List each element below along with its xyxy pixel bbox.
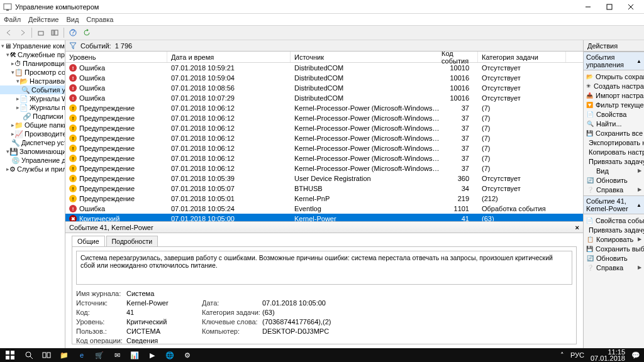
taskbar-app[interactable]: 🌐: [161, 348, 179, 362]
tree-item[interactable]: 🔗Подписки: [0, 112, 65, 121]
tree-item[interactable]: ▸⏱Планировщик задани: [0, 59, 65, 68]
table-row[interactable]: !Предупреждение07.01.2018 10:05:07BTHUSB…: [65, 184, 583, 194]
col-date[interactable]: Дата и время: [167, 52, 291, 62]
refresh-button[interactable]: [80, 26, 93, 39]
action-item[interactable]: 🔄Обновить: [584, 175, 644, 185]
col-source[interactable]: Источник: [291, 52, 441, 62]
action-item[interactable]: ✳Создать настраиваем...: [584, 81, 644, 90]
taskbar-app[interactable]: 🛒: [91, 348, 108, 362]
svg-rect-12: [11, 351, 14, 354]
action-item[interactable]: 🔽Фильтр текущего наст...: [584, 100, 644, 109]
up-button[interactable]: [35, 26, 47, 39]
details-title: Событие 41, Kernel-Power: [69, 224, 153, 231]
taskbar-app[interactable]: ▶: [143, 348, 161, 362]
table-row[interactable]: !Предупреждение07.01.2018 10:05:39User D…: [65, 173, 583, 184]
action-item[interactable]: 🔍Найти...: [584, 119, 644, 128]
col-level[interactable]: Уровень: [65, 52, 167, 62]
forward-button[interactable]: [16, 26, 29, 39]
taskbar-app[interactable]: ⚙: [179, 348, 196, 362]
tab-details[interactable]: Подробности: [106, 236, 158, 246]
lbl-id: Код:: [76, 309, 126, 316]
help-button[interactable]: ?: [67, 26, 79, 39]
search-icon[interactable]: [20, 348, 38, 362]
details-close-icon[interactable]: ×: [575, 224, 579, 231]
menu-action[interactable]: Действие: [28, 16, 58, 23]
show-hide-button[interactable]: [48, 26, 61, 39]
svg-point-15: [26, 352, 31, 357]
tree-item[interactable]: ▸⚙Службы и приложения: [0, 165, 65, 173]
action-item[interactable]: ❔Справка▶: [584, 185, 644, 194]
taskbar-app[interactable]: ✉: [108, 348, 126, 362]
taskbar-app[interactable]: 📊: [126, 348, 143, 362]
maximize-button[interactable]: [599, 1, 620, 13]
taskbar[interactable]: 📁 e 🛒 ✉ 📊 ▶ 🌐 ⚙ ˄ РУС 11:1507.01.2018 💬: [0, 348, 644, 362]
tree-item[interactable]: ▾📂Настраиваемые пр: [0, 77, 65, 85]
close-button[interactable]: [620, 1, 641, 13]
table-row[interactable]: !Ошибка07.01.2018 10:07:29DistributedCOM…: [65, 93, 583, 103]
col-id[interactable]: Код события: [441, 52, 478, 62]
action-item[interactable]: 💾Сохранить выбранные...: [584, 244, 644, 253]
col-category[interactable]: Категория задачи: [478, 52, 566, 62]
table-row[interactable]: !Ошибка07.01.2018 10:59:21DistributedCOM…: [65, 63, 583, 73]
table-row[interactable]: !Предупреждение07.01.2018 10:06:12Kernel…: [65, 143, 583, 153]
action-item[interactable]: 📥Импорт настраиваемо...: [584, 90, 644, 100]
action-item[interactable]: Вид▶: [584, 166, 644, 175]
table-row[interactable]: !Предупреждение07.01.2018 10:06:12Kernel…: [65, 113, 583, 123]
tree-item[interactable]: ▾📋Просмотр событий: [0, 68, 65, 77]
table-row[interactable]: !Ошибка07.01.2018 10:08:56DistributedCOM…: [65, 83, 583, 93]
action-item[interactable]: 💾Сохранить все событи...: [584, 128, 644, 138]
tree-item[interactable]: 🔧Диспетчер устройст: [0, 138, 65, 147]
menu-file[interactable]: Файл: [4, 16, 21, 23]
menu-view[interactable]: Вид: [66, 16, 79, 23]
table-row[interactable]: !Ошибка07.01.2018 10:05:24Eventlog1101Об…: [65, 204, 583, 214]
tree-item[interactable]: ▾🖥Управление компьютером (л: [0, 41, 65, 50]
tree-item[interactable]: ▸📈Производительнос: [0, 129, 65, 138]
table-row[interactable]: !Предупреждение07.01.2018 10:06:12Kernel…: [65, 103, 583, 113]
action-item[interactable]: 📋Копировать▶: [584, 234, 644, 244]
table-row[interactable]: !Предупреждение07.01.2018 10:06:12Kernel…: [65, 163, 583, 173]
action-item[interactable]: 🔄Обновить: [584, 253, 644, 263]
svg-rect-1: [6, 9, 9, 11]
tree-item[interactable]: 🔍События управ: [0, 85, 65, 94]
taskbar-app[interactable]: 📁: [55, 348, 73, 362]
tray-clock[interactable]: 11:1507.01.2018: [591, 349, 625, 361]
nav-tree[interactable]: ▾🖥Управление компьютером (л▾🛠Служебные п…: [0, 40, 65, 348]
tray-lang[interactable]: РУС: [570, 351, 584, 359]
tab-general[interactable]: Общие: [72, 236, 105, 246]
actions-group2-header[interactable]: Событие 41, Kernel-Power▲: [584, 195, 644, 214]
tree-item[interactable]: ▸📄Журналы приложе: [0, 103, 65, 112]
action-item[interactable]: Привязать задачу к со...: [584, 225, 644, 234]
table-row[interactable]: !Ошибка07.01.2018 10:59:04DistributedCOM…: [65, 73, 583, 83]
action-item[interactable]: Экспортировать настр...: [584, 138, 644, 147]
table-row[interactable]: !Предупреждение07.01.2018 10:06:12Kernel…: [65, 123, 583, 133]
details-pane: Событие 41, Kernel-Power × Общие Подробн…: [65, 221, 583, 348]
action-item[interactable]: Копировать настраив...: [584, 147, 644, 156]
grid-header[interactable]: Уровень Дата и время Источник Код событи…: [65, 52, 583, 63]
back-button[interactable]: [3, 26, 15, 39]
table-row[interactable]: !Предупреждение07.01.2018 10:05:01Kernel…: [65, 194, 583, 204]
action-item[interactable]: Привязать задачу к на...: [584, 156, 644, 166]
action-item[interactable]: 📄Свойства: [584, 109, 644, 119]
tray-chevron-icon[interactable]: ˄: [560, 351, 564, 359]
table-row[interactable]: ✖Критический07.01.2018 10:05:00Kernel-Po…: [65, 214, 583, 221]
tree-item[interactable]: ▸📁Общие папки: [0, 121, 65, 129]
table-row[interactable]: !Предупреждение07.01.2018 10:06:12Kernel…: [65, 153, 583, 163]
event-grid[interactable]: Уровень Дата и время Источник Код событи…: [65, 52, 583, 221]
actions-group1-header[interactable]: События управления▲: [584, 52, 644, 70]
tree-item[interactable]: 💿Управление дискам: [0, 156, 65, 165]
menu-help[interactable]: Справка: [86, 16, 113, 23]
svg-rect-7: [52, 30, 54, 35]
notifications-icon[interactable]: 💬: [631, 351, 640, 359]
tree-item[interactable]: ▾💾Запоминающие устройс: [0, 147, 65, 156]
tree-item[interactable]: ▸📄Журналы Windows: [0, 94, 65, 103]
event-message: Система перезагрузилась, завершив работу…: [76, 251, 572, 285]
tree-item[interactable]: ▾🛠Служебные программы: [0, 50, 65, 59]
taskview-icon[interactable]: [38, 348, 55, 362]
action-item[interactable]: 📂Открыть сохраненны...: [584, 72, 644, 81]
taskbar-app[interactable]: e: [73, 348, 91, 362]
minimize-button[interactable]: [577, 1, 599, 13]
table-row[interactable]: !Предупреждение07.01.2018 10:06:12Kernel…: [65, 133, 583, 143]
action-item[interactable]: ❔Справка▶: [584, 263, 644, 272]
start-button[interactable]: [0, 348, 20, 362]
action-item[interactable]: 📄Свойства событий: [584, 216, 644, 225]
